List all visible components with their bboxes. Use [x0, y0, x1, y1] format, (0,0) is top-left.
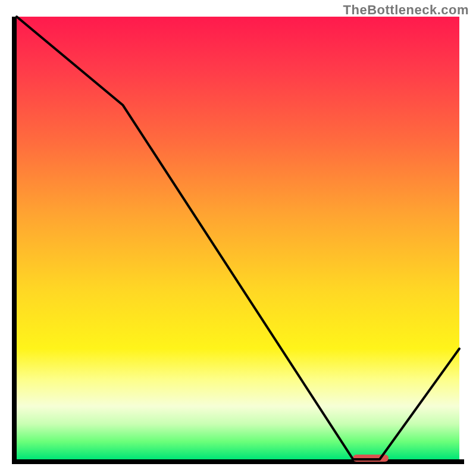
- bottleneck-chart: TheBottleneck.com: [0, 0, 476, 476]
- x-axis: [12, 459, 464, 464]
- chart-background-gradient: [17, 17, 459, 459]
- watermark-text: TheBottleneck.com: [343, 2, 469, 18]
- optimal-range-marker: [353, 455, 389, 462]
- y-axis: [12, 17, 17, 464]
